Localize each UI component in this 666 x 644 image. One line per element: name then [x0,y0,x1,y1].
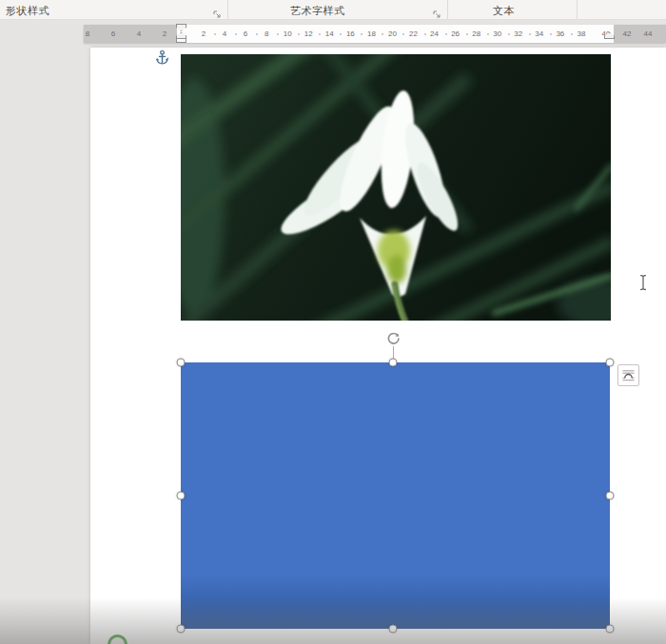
ruler-number: 4 [137,29,141,38]
dialog-launcher-icon[interactable] [213,7,223,16]
ruler-number: 4 [223,29,226,38]
left-indent-marker[interactable] [176,38,186,43]
ruler-midtick [508,33,510,35]
ruler-number: 2 [163,29,166,38]
layout-options-button[interactable] [617,364,639,386]
rotation-connector-line [393,346,394,359]
text-cursor-ibeam-icon [638,274,648,291]
ruler-number: 44 [644,29,653,38]
ruler-right-margin-zone [614,25,666,43]
ruler-midtick [214,33,216,35]
rotation-handle-icon[interactable] [385,330,402,346]
resize-handle-middle-left[interactable] [177,492,186,500]
ruler-midtick [550,33,552,35]
ruler-number: 8 [264,29,268,38]
ruler-midtick [402,33,404,35]
ruler-number: 10 [284,29,292,38]
ruler-midtick [466,33,468,35]
ruler-midtick [382,33,383,35]
ruler-midtick [571,33,573,35]
ruler-midtick [487,33,489,35]
ruler-midtick [529,33,531,35]
ruler-midtick [340,33,342,35]
resize-handle-bottom-right[interactable] [606,625,615,634]
ruler-number: 12 [304,29,313,38]
ruler-midtick [424,33,426,35]
ruler-number: 22 [409,29,418,38]
assistant-bubble-icon[interactable] [108,634,127,644]
ribbon-group-text[interactable]: 文本 [493,4,515,18]
ruler-number: 42 [623,29,632,38]
ruler-midtick [319,33,321,35]
resize-handle-middle-right[interactable] [606,492,615,500]
ruler-number: 38 [577,29,585,38]
resize-handle-top-left[interactable] [177,359,186,367]
ruler-number: 30 [493,29,501,38]
ruler-number: 26 [451,29,460,38]
ribbon-group-wordart-styles[interactable]: 艺术字样式 [290,4,345,18]
resize-handle-top-right[interactable] [606,359,615,367]
ruler-number: 34 [535,29,543,38]
ruler-midtick [235,33,237,35]
ruler-midtick [445,33,447,35]
resize-handle-bottom-middle[interactable] [389,625,398,634]
ruler-midtick [361,33,362,35]
ruler-midtick [256,33,258,35]
ruler-number: 6 [111,29,115,38]
ruler-number: 2 [202,29,206,38]
ruler-midtick [277,33,279,35]
ruler-number: 8 [86,29,89,38]
dialog-launcher-icon[interactable] [433,7,442,16]
flower-photo[interactable] [181,54,611,321]
ruler-number: 18 [367,29,376,38]
ruler-number: 32 [514,29,522,38]
ribbon-group-shape-styles[interactable]: 形状样式 [6,4,49,18]
resize-handle-bottom-left[interactable] [177,625,186,634]
ruler-number: 16 [346,29,355,38]
object-anchor-icon [155,49,169,66]
document-page[interactable] [90,48,666,644]
ruler-bar[interactable]: 8642246810121416182022242628303234363840… [84,25,666,43]
ruler-number: 14 [325,29,334,38]
ruler-number: 24 [430,29,439,38]
ribbon-group-separator [227,0,228,19]
horizontal-ruler[interactable]: 8642246810121416182022242628303234363840… [0,20,666,48]
selected-rectangle-shape[interactable] [181,362,610,629]
ruler-number: 6 [244,29,247,38]
first-line-indent-marker[interactable] [176,24,186,31]
ruler-number: 20 [388,29,397,38]
ribbon-group-separator [577,0,578,19]
ruler-number: 28 [472,29,480,38]
ribbon-group-bar: 形状样式 艺术字样式 文本 [0,0,666,20]
ribbon-group-separator [447,0,448,19]
ruler-number: 36 [556,29,564,38]
ruler-midtick [298,33,300,35]
resize-handle-top-middle[interactable] [389,359,398,367]
